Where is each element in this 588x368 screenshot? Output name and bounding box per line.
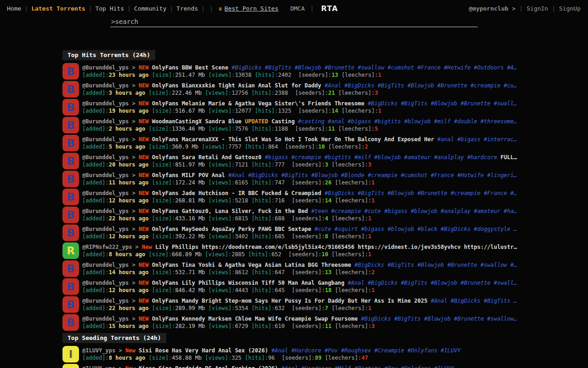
uploader-avatar[interactable]: B <box>62 153 79 169</box>
torrent-tags[interactable]: #Anal #BigDicks #BigTits #Blowjob #Brune… <box>324 82 517 89</box>
uploader-avatar[interactable]: B <box>62 278 79 295</box>
torrent-title[interactable]: OnlyFans MacarenaXXX - This Slut Was So … <box>152 136 434 143</box>
search-input[interactable] <box>110 17 478 27</box>
uploader-avatar[interactable]: B <box>62 99 79 115</box>
uploader-link[interactable]: @Burunddel_yps <box>82 208 129 214</box>
stat-seeders-value: 4 <box>325 215 328 222</box>
stat-leechers-value: 1 <box>371 287 374 293</box>
torrent-title-cont[interactable]: Casting <box>271 118 295 125</box>
torrent-row: B @Burunddel_yps > NEW OnlyFans Jade Hut… <box>62 189 528 205</box>
uploader-link[interactable]: @Burunddel_yps <box>82 226 129 232</box>
dmca-link[interactable]: DMCA <box>290 5 305 12</box>
stat-hits-label: [hits]: <box>252 215 275 222</box>
best-porn-sites-link[interactable]: Best Porn Sites <box>225 5 278 12</box>
uploader-avatar[interactable]: I <box>62 364 79 368</box>
uploader-avatar[interactable]: B <box>62 81 79 98</box>
uploader-avatar[interactable]: B <box>62 171 79 187</box>
uploader-link[interactable]: @Burunddel_yps <box>82 154 129 161</box>
torrent-title[interactable]: OnlyFans BBW Best Scene <box>152 64 228 71</box>
uploader-avatar[interactable]: B <box>62 135 79 151</box>
torrent-tags[interactable]: #Anal #Hardcore #Milf #Bigtits #Pov #Onl… <box>282 365 454 368</box>
torrent-tags[interactable]: #BigDicks #BigTits #Blowjob #Brunette #c… <box>324 190 517 196</box>
stat-added-value: 8 hours ago <box>109 355 145 361</box>
uploader-link[interactable]: @Burunddel_yps <box>82 298 129 304</box>
torrent-title[interactable]: WoodmanCastingX Sandra Blue <box>152 118 242 125</box>
torrent-title[interactable]: Onlyfans MaySeeds AquaZay Perky PAWG BBC… <box>152 226 311 232</box>
uploader-link[interactable]: @Burunddel_yps <box>82 82 129 89</box>
uploader-avatar[interactable]: B <box>62 63 79 80</box>
uploader-avatar[interactable]: R <box>62 242 79 259</box>
uploader-link[interactable]: @Burunddel_yps <box>82 262 129 268</box>
torrent-tags[interactable]: #BigDicks #BigTits #Blowjob #Brunette #s… <box>368 100 517 107</box>
nav-item-top-hits[interactable]: Top Hits <box>92 5 127 12</box>
uploader-avatar[interactable]: B <box>62 189 79 205</box>
torrent-tags[interactable]: #teen #creampie #cute #bigass #blowjob #… <box>311 208 517 214</box>
torrent-row-text: @Burunddel_yps > NEW OnlyFans MacarenaXX… <box>82 135 528 151</box>
torrent-tags[interactable]: #BigDicks #BigTits #Blowjob #Brunette #s… <box>232 64 517 71</box>
torrent-title[interactable]: Onlyfans MILF POV Anal <box>152 172 225 178</box>
torrent-title[interactable]: OnlyFans Tina Yoshi & Agatha Vega Asian … <box>152 262 351 268</box>
signup-link[interactable]: SignUp <box>555 5 584 12</box>
stat-leechers-value: 1 <box>378 108 381 114</box>
uploader-link[interactable]: @Burunddel_yps <box>82 64 129 71</box>
uploader-link[interactable]: @Burunddel_yps <box>82 316 129 322</box>
nav-item-home[interactable]: Home <box>4 5 24 12</box>
torrent-title[interactable]: OnlyFans Jade Hutchison - IR BBC Fucked … <box>152 190 321 196</box>
uploader-link[interactable]: @ILUVY_yps <box>82 347 115 354</box>
uploader-avatar[interactable]: I <box>62 346 79 362</box>
torrent-tags[interactable]: #Anal #BigDicks #BigTits #Blowjob #Brune… <box>348 280 517 286</box>
account-link[interactable]: @mypornclub <box>469 5 508 12</box>
torrent-tags[interactable]: #Anal #Hardcore #Pov #Roughsex #Creampie… <box>271 347 461 354</box>
torrent-tags[interactable]: #Anal #BigDicks #BigTits … <box>431 298 517 304</box>
uploader-link[interactable]: @Burunddel_yps <box>82 100 129 107</box>
torrent-title[interactable]: Onlyfans Sara Retali And Gattouz0 <box>152 154 261 161</box>
torrent-title[interactable]: OnlyFans Kennedy Marksen Chloe Mae Wife … <box>152 316 358 322</box>
stat-hits-label: [hits]: <box>252 197 275 204</box>
signin-link[interactable]: SignIn <box>523 5 552 12</box>
uploader-link[interactable]: @Burunddel_yps <box>82 136 129 143</box>
torrent-title-line: @Burunddel_yps > NEW Onlyfans MILF POV A… <box>82 172 528 179</box>
torrent-tags[interactable]: #anal #bigass #interrac… <box>437 136 517 143</box>
stat-seeders-label: [seeders]: <box>292 233 325 240</box>
uploader-link[interactable]: @Burunddel_yps <box>82 280 129 286</box>
stat-added-value: 12 hours ago <box>109 197 149 204</box>
torrent-title[interactable]: OnlyFans Lily Phillips Wisconsin Tiff 50… <box>152 280 345 286</box>
torrent-title[interactable]: OnlyFans Mandy Bright Step-mom Says Her … <box>152 298 428 304</box>
nav-item-trends[interactable]: Trends <box>173 5 201 12</box>
torrent-row: B @Burunddel_yps > NEW OnlyFans Kennedy … <box>62 314 528 331</box>
torrent-title[interactable]: OnlyFans Melanie Marie & Agatha Vega Sis… <box>152 100 364 107</box>
stat-leechers-value: 2 <box>365 144 368 150</box>
uploader-link[interactable]: @Burunddel_yps <box>82 172 129 178</box>
torrent-tags[interactable]: #BigDicks #BigTits #Blowjob #Brunette #s… <box>361 316 517 322</box>
uploader-avatar[interactable]: B <box>62 260 79 277</box>
nav-separator: | <box>127 5 131 12</box>
torrent-title[interactable]: Lily Phillips https://doodstream.com/e/l… <box>155 244 517 250</box>
nav-item-community[interactable]: Community <box>131 5 170 12</box>
torrent-tags[interactable]: #cute #squirt #bigass #blowjob #black #B… <box>315 226 517 232</box>
avatar-letter-icon: B <box>67 102 75 113</box>
torrent-row: B @Burunddel_yps > NEW OnlyFans Mandy Br… <box>62 296 528 313</box>
rta-logo[interactable]: RTA <box>321 4 338 13</box>
uploader-avatar[interactable]: B <box>62 296 79 313</box>
uploader-link[interactable]: @Burunddel_yps <box>82 118 129 125</box>
nav-item-latest-torrents[interactable]: Latest Torrents <box>28 5 88 12</box>
stat-leechers-label: [leechers]: <box>335 323 371 329</box>
torrent-stats-line: [added]:12 hours ago [size]:268.81 Mb [v… <box>82 197 528 204</box>
new-badge: NEW <box>139 298 149 304</box>
torrent-tags[interactable]: #Anal #BigDicks #BigTits #Blowjob #Blond… <box>228 172 517 178</box>
torrent-tags[interactable]: #bigass #creampie #bigtits #milf #blowjo… <box>265 154 497 161</box>
uploader-avatar[interactable]: B <box>62 207 79 223</box>
torrent-title[interactable]: Sisi Rose Has Very Hard Anal Sex (2026) <box>139 347 268 354</box>
torrent-title[interactable]: OnlyFans Gattouz0, Luna Silver, Fuck in … <box>152 208 308 214</box>
uploader-avatar[interactable]: B <box>62 314 79 331</box>
torrent-title[interactable]: Kissa Sins Roadside BG Anal Fucking (202… <box>139 365 278 368</box>
uploader-avatar[interactable]: B <box>62 117 79 133</box>
torrent-tags[interactable]: #casting #anal #bigass #bigtits #blowjob… <box>298 118 517 125</box>
arrow-separator: > <box>132 316 135 322</box>
uploader-avatar[interactable]: B <box>62 224 79 241</box>
uploader-link[interactable]: @ILUVY_yps <box>82 365 115 368</box>
torrent-title[interactable]: OnlyFans Bianxxxkie Tight Asian Anal Slu… <box>152 82 321 89</box>
uploader-link[interactable]: @RIPNsfw222_yps <box>82 244 132 250</box>
uploader-link[interactable]: @Burunddel_yps <box>82 190 129 196</box>
torrent-tags[interactable]: #BigDicks #BigTits #Blowjob #Brunette #s… <box>355 262 517 268</box>
